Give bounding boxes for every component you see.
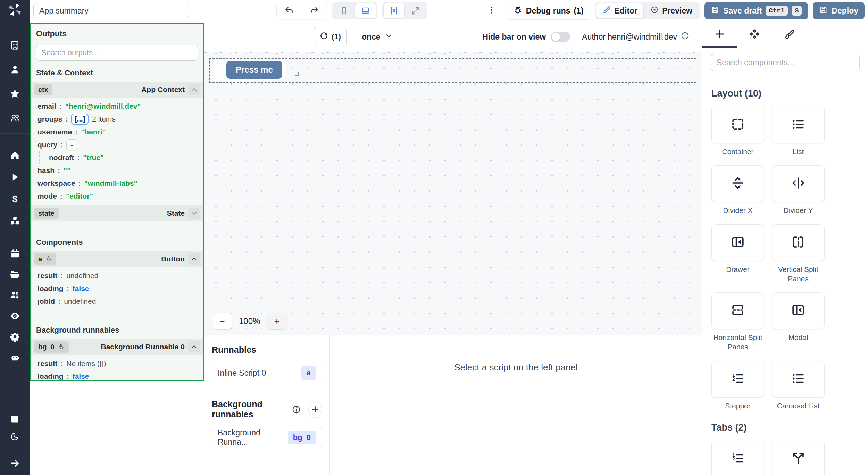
desktop-view-button[interactable] xyxy=(355,3,376,18)
ai-assistant-icon[interactable] xyxy=(9,351,21,364)
state-id-badge: state xyxy=(34,208,59,219)
component-card-vertical-split-panes[interactable]: Vertical Split Panes xyxy=(772,224,825,284)
info-icon[interactable] xyxy=(292,405,301,414)
bg0-rows: result No items ([]) loading false xyxy=(31,355,203,381)
outputs-title: Outputs xyxy=(36,29,203,39)
components-panel: Layout (10) Container List Divider X xyxy=(702,22,868,475)
preview-tab[interactable]: Preview xyxy=(644,3,698,18)
schedules-icon[interactable] xyxy=(9,247,21,260)
app-summary-input[interactable] xyxy=(33,3,189,18)
component-card-stepper[interactable]: 12 Stepper xyxy=(711,361,764,410)
inline-script-label: Inline Script 0 xyxy=(218,368,266,378)
user-icon[interactable] xyxy=(9,63,21,76)
add-background-runnable-button[interactable] xyxy=(308,401,322,418)
expand-array-badge[interactable]: [...] xyxy=(71,114,89,125)
info-icon[interactable] xyxy=(681,31,690,42)
save-icon xyxy=(819,6,828,16)
dark-mode-icon[interactable] xyxy=(9,430,21,443)
zoom-out-button[interactable]: − xyxy=(212,313,232,329)
chevron-up-icon[interactable] xyxy=(188,341,200,352)
press-me-button[interactable]: Press me xyxy=(226,61,282,79)
component-card-drawer[interactable]: Drawer xyxy=(711,224,764,284)
output-row: username "henri" xyxy=(31,125,203,138)
zoom-in-button[interactable]: + xyxy=(267,313,286,329)
divider-y-icon xyxy=(791,176,806,192)
component-card-divider-x[interactable]: Divider X xyxy=(711,165,764,215)
favorites-icon[interactable] xyxy=(9,88,21,100)
tab-insert-component[interactable] xyxy=(702,22,737,48)
bg0-row-header[interactable]: bg_0 Background Runnable 0 xyxy=(31,339,203,355)
component-card-carousel-list[interactable]: Carousel List xyxy=(772,361,825,410)
state-row-header[interactable]: state State xyxy=(31,205,203,221)
layout-section-heading: Layout (10) xyxy=(711,88,868,99)
search-outputs-input[interactable] xyxy=(36,45,198,61)
component-card-container[interactable]: Container xyxy=(711,107,764,156)
expand-sidebar-icon[interactable] xyxy=(9,457,21,469)
preview-icon xyxy=(650,5,659,16)
workspace-icon[interactable] xyxy=(9,39,21,51)
output-row-nested: nodraft "true" xyxy=(39,151,203,164)
windmill-logo[interactable] xyxy=(7,2,23,17)
groups-icon[interactable] xyxy=(9,112,21,124)
output-row: email "henri@windmill.dev" xyxy=(31,100,203,112)
runnables-panel: Runnables Inline Script 0 a Background r… xyxy=(204,335,330,475)
ctx-rows: email "henri@windmill.dev" groups [...] … xyxy=(31,98,203,205)
redo-button[interactable] xyxy=(302,2,327,19)
output-row: loading false xyxy=(31,370,203,381)
groups-admin-icon[interactable] xyxy=(9,289,21,301)
sidebar-main-group: $ xyxy=(9,149,21,227)
chevron-up-icon[interactable] xyxy=(188,84,200,95)
component-card-divider-y[interactable]: Divider Y xyxy=(772,165,825,215)
component-card-horizontal-split-panes[interactable]: Horizontal Split Panes xyxy=(711,292,764,352)
button-component-cell[interactable]: Press me xyxy=(214,59,286,81)
save-draft-button[interactable]: Save draft Ctrl S xyxy=(704,2,808,19)
schedule-dropdown[interactable]: once xyxy=(362,32,393,42)
debug-runs-button[interactable]: Debug runs (1) xyxy=(507,2,590,20)
tab-theme-styling[interactable] xyxy=(772,22,807,48)
refresh-button[interactable]: (1) xyxy=(314,27,347,47)
variables-icon[interactable]: $ xyxy=(9,193,21,205)
save-draft-label: Save draft xyxy=(723,6,762,16)
runs-icon[interactable] xyxy=(9,171,21,183)
selected-row-outline[interactable]: Press me xyxy=(209,58,696,83)
resources-icon[interactable] xyxy=(9,215,21,227)
ctx-row-header[interactable]: ctx App Context xyxy=(31,82,203,98)
deploy-button[interactable]: Deploy xyxy=(813,2,865,19)
sidebar-bottom-group xyxy=(9,413,21,443)
svg-text:2: 2 xyxy=(732,376,735,382)
component-card-tabs[interactable]: 12 xyxy=(711,441,764,475)
component-a-row-header[interactable]: a Button xyxy=(31,251,203,267)
undo-button[interactable] xyxy=(277,2,302,19)
empty-object-badge[interactable]: - xyxy=(66,139,77,150)
more-options-button[interactable] xyxy=(487,6,496,16)
app-canvas[interactable]: Press me − 100% + xyxy=(204,52,702,335)
ctx-id-badge: ctx xyxy=(34,84,52,95)
search-components-input[interactable] xyxy=(711,54,860,71)
refresh-icon xyxy=(319,31,328,42)
hide-bar-toggle[interactable] xyxy=(551,32,570,42)
inline-script-item[interactable]: Inline Script 0 a xyxy=(212,362,322,383)
ctx-type-label: App Context xyxy=(141,85,185,94)
background-runnable-item[interactable]: Background Runna... bg_0 xyxy=(212,427,322,448)
component-card-conditional-tabs[interactable] xyxy=(772,441,825,475)
settings-icon[interactable] xyxy=(9,331,21,343)
folders-icon[interactable] xyxy=(9,268,21,281)
audit-logs-icon[interactable] xyxy=(9,310,21,322)
docs-icon[interactable] xyxy=(9,413,21,425)
component-card-list[interactable]: List xyxy=(772,107,825,156)
chevron-down-icon[interactable] xyxy=(188,208,200,219)
chevron-up-icon[interactable] xyxy=(188,253,200,265)
save-icon xyxy=(711,6,719,16)
center-content-button[interactable] xyxy=(384,3,404,18)
component-card-modal[interactable]: Modal xyxy=(772,292,825,352)
home-icon[interactable] xyxy=(9,149,21,161)
pointer-hand-icon xyxy=(58,343,65,350)
editor-tab[interactable]: Editor xyxy=(596,3,643,18)
fullscreen-button[interactable] xyxy=(405,3,426,18)
tabs-icon: 12 xyxy=(731,451,745,467)
mobile-view-button[interactable] xyxy=(334,3,354,18)
tab-component-settings[interactable] xyxy=(737,22,772,48)
resize-handle[interactable] xyxy=(294,71,300,78)
editor-center-column: (1) once Hide bar on view Author henri@w… xyxy=(204,22,702,475)
author-label: Author henri@windmill.dev xyxy=(582,31,690,42)
